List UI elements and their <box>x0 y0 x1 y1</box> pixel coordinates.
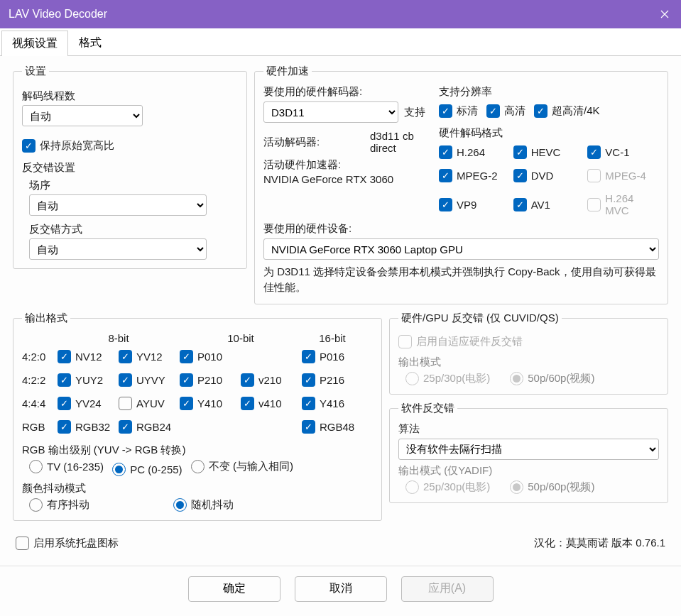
close-icon <box>660 10 669 18</box>
check-icon <box>119 397 132 410</box>
dither-random-radio[interactable]: 随机抖动 <box>173 498 234 512</box>
hw-out-25p-radio: 25p/30p(电影) <box>405 372 490 385</box>
title-bar: LAV Video Decoder <box>0 0 681 28</box>
check-icon: ✓ <box>513 145 527 159</box>
accel-value: NVIDIA GeForce RTX 3060 <box>263 173 393 185</box>
rgb-tv-radio[interactable]: TV (16-235) <box>29 460 104 473</box>
res-sd-checkbox[interactable]: ✓标清 <box>439 104 478 118</box>
fmt-mpeg2-checkbox[interactable]: ✓MPEG-2 <box>439 169 505 182</box>
cancel-button[interactable]: 取消 <box>295 576 387 602</box>
hw-format-label: 硬件解码格式 <box>439 126 659 140</box>
fmt-rgb24-checkbox[interactable]: ✓RGB24 <box>119 420 174 434</box>
fmt-y416-checkbox[interactable]: ✓Y416 <box>302 397 357 410</box>
sw-out-50p-radio: 50p/60p(视频) <box>510 480 594 494</box>
row-422: 4:2:2 <box>22 374 58 386</box>
check-icon: ✓ <box>302 397 315 410</box>
apply-button: 应用(A) <box>401 576 494 602</box>
check-icon <box>16 537 29 550</box>
fmt-p016-checkbox[interactable]: ✓P016 <box>302 350 357 363</box>
fmt-vc1-checkbox[interactable]: ✓VC-1 <box>587 145 653 159</box>
check-icon: ✓ <box>58 397 71 410</box>
check-icon: ✓ <box>439 198 452 211</box>
fmt-hevc-checkbox[interactable]: ✓HEVC <box>513 145 579 159</box>
deint-mode-select[interactable]: 自动 <box>29 238 207 260</box>
fmt-uyvy-checkbox[interactable]: ✓UYVY <box>119 373 174 387</box>
res-uhd-checkbox[interactable]: ✓超高清/4K <box>534 104 600 118</box>
deint-mode-label: 反交错方式 <box>29 223 238 236</box>
resolution-label: 支持分辨率 <box>439 85 659 99</box>
settings-group: 设置 解码线程数 自动 ✓ 保持原始宽高比 反交错设置 场序 自动 反交错方式 … <box>13 65 247 269</box>
check-icon: ✓ <box>180 350 193 363</box>
hw-decoder-select[interactable]: D3D11 <box>263 101 398 123</box>
check-icon: ✓ <box>241 397 254 410</box>
fmt-yuy2-checkbox[interactable]: ✓YUY2 <box>58 373 113 387</box>
fmt-p216-checkbox[interactable]: ✓P216 <box>302 373 357 387</box>
row-444: 4:4:4 <box>22 397 58 409</box>
hw-accel-legend: 硬件加速 <box>263 65 312 78</box>
field-order-label: 场序 <box>29 179 238 192</box>
check-icon: ✓ <box>439 169 452 182</box>
fmt-rgb32-checkbox[interactable]: ✓RGB32 <box>58 420 113 434</box>
fmt-h264mvc-checkbox[interactable]: H.264 MVC <box>587 192 653 216</box>
check-icon: ✓ <box>119 350 132 363</box>
check-icon: ✓ <box>302 373 315 387</box>
output-format-legend: 输出格式 <box>22 312 70 325</box>
rgb-level-label: RGB 输出级别 (YUV -> RGB 转换) <box>22 444 373 457</box>
check-icon: ✓ <box>58 350 71 363</box>
check-icon: ✓ <box>587 145 601 159</box>
check-icon <box>587 169 601 182</box>
fmt-yv12-checkbox[interactable]: ✓YV12 <box>119 350 174 363</box>
device-select[interactable]: NVIDIA GeForce RTX 3060 Laptop GPU <box>263 238 659 260</box>
fmt-yv24-checkbox[interactable]: ✓YV24 <box>58 397 113 410</box>
device-label: 要使用的硬件设备: <box>263 222 659 236</box>
check-icon: ✓ <box>22 139 36 153</box>
sw-algo-label: 算法 <box>398 422 659 436</box>
dither-ordered-radio[interactable]: 有序抖动 <box>29 498 89 512</box>
output-format-group: 输出格式 8-bit 10-bit 16-bit 4:2:0 ✓NV12 ✓YV… <box>13 312 382 521</box>
threads-select[interactable]: 自动 <box>22 105 143 126</box>
ok-button[interactable]: 确定 <box>188 576 280 602</box>
accel-label: 活动硬件加速器: <box>263 158 341 172</box>
fmt-y410-checkbox[interactable]: ✓Y410 <box>180 397 235 410</box>
tab-bar: 视频设置 格式 <box>0 28 681 56</box>
row-rgb: RGB <box>22 421 58 433</box>
check-icon: ✓ <box>486 104 500 118</box>
check-icon: ✓ <box>513 169 527 182</box>
keep-ar-checkbox[interactable]: ✓ 保持原始宽高比 <box>22 139 114 153</box>
close-button[interactable] <box>648 0 681 28</box>
radio-icon <box>405 372 419 385</box>
adaptive-deint-checkbox: 启用自适应硬件反交错 <box>398 335 523 348</box>
radio-icon <box>405 480 419 494</box>
check-icon <box>587 198 601 211</box>
dither-label: 颜色抖动模式 <box>22 482 373 495</box>
rgb-same-radio[interactable]: 不变 (与输入相同) <box>191 460 293 473</box>
fmt-av1-checkbox[interactable]: ✓AV1 <box>513 192 579 216</box>
fmt-nv12-checkbox[interactable]: ✓NV12 <box>58 350 113 363</box>
rgb-pc-radio[interactable]: PC (0-255) <box>112 463 182 476</box>
fmt-v410-checkbox[interactable]: ✓v410 <box>241 397 296 410</box>
radio-icon <box>510 372 523 385</box>
tab-format[interactable]: 格式 <box>68 30 112 55</box>
hw-accel-group: 硬件加速 要使用的硬件解码器: D3D11 支持 活动解码器: d3d11 cb… <box>254 65 668 304</box>
sw-out-mode-label: 输出模式 (仅YADIF) <box>398 464 659 478</box>
tab-video-settings[interactable]: 视频设置 <box>1 31 68 56</box>
check-icon: ✓ <box>302 420 315 434</box>
fmt-dvd-checkbox[interactable]: ✓DVD <box>513 169 579 182</box>
fmt-p210-checkbox[interactable]: ✓P210 <box>180 373 235 387</box>
check-icon <box>398 335 412 348</box>
fmt-v210-checkbox[interactable]: ✓v210 <box>241 373 296 387</box>
fmt-p010-checkbox[interactable]: ✓P010 <box>180 350 235 363</box>
tray-icon-checkbox[interactable]: 启用系统托盘图标 <box>16 537 119 550</box>
fmt-ayuv-checkbox[interactable]: AYUV <box>119 397 174 410</box>
fmt-h264-checkbox[interactable]: ✓H.264 <box>439 145 505 159</box>
hw-deint-legend: 硬件/GPU 反交错 (仅 CUVID/QS) <box>398 312 562 325</box>
fmt-vp9-checkbox[interactable]: ✓VP9 <box>439 192 505 216</box>
fmt-mpeg4-checkbox[interactable]: MPEG-4 <box>587 169 653 182</box>
field-order-select[interactable]: 自动 <box>29 194 207 216</box>
hw-support-label: 支持 <box>404 106 425 119</box>
check-icon: ✓ <box>58 373 71 387</box>
res-hd-checkbox[interactable]: ✓高清 <box>486 104 525 118</box>
fmt-rgb48-checkbox[interactable]: ✓RGB48 <box>302 420 357 434</box>
sw-algo-select[interactable]: 没有软件去隔行扫描 <box>398 439 659 460</box>
col-8bit: 8-bit <box>58 332 180 344</box>
